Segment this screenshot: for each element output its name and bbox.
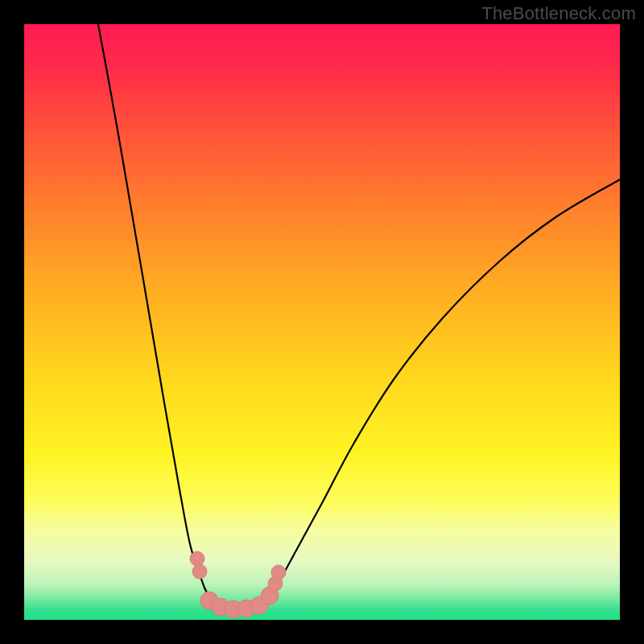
curve-marker <box>271 565 286 580</box>
chart-background <box>24 24 620 620</box>
curve-marker <box>192 564 207 579</box>
watermark-text: TheBottleneck.com <box>481 3 636 24</box>
plot-area <box>24 24 620 620</box>
chart-svg <box>24 24 620 620</box>
curve-marker <box>190 551 204 566</box>
chart-frame: TheBottleneck.com <box>0 0 644 644</box>
